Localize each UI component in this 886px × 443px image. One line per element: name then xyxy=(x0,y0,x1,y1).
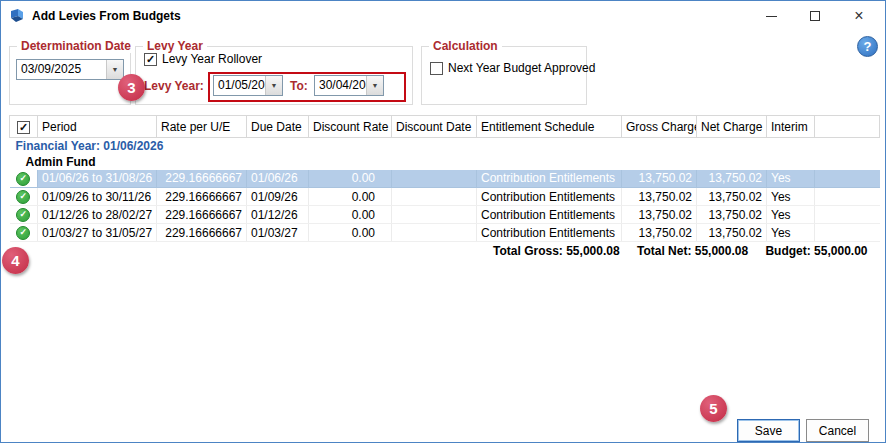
financial-year-group-row: Financial Year: 01/06/2026 xyxy=(10,138,880,154)
cell-due-date: 01/03/27 xyxy=(247,224,309,242)
levy-year-from-combobox[interactable]: 01/05/2026 ▼ xyxy=(213,75,283,96)
levy-year-to-value: 30/04/2027 xyxy=(315,76,366,95)
cancel-button[interactable]: Cancel xyxy=(806,419,869,442)
chevron-down-icon[interactable]: ▼ xyxy=(106,60,123,79)
group-levy-year: Levy Year ✓ Levy Year Rollover Levy Year… xyxy=(135,46,413,105)
checkbox-checked-icon: ✓ xyxy=(144,53,157,66)
cell-period: 01/06/26 to 31/08/26 xyxy=(38,170,157,188)
group-determination-date: Determination Date 03/09/2025 ▼ xyxy=(9,46,131,105)
minimize-button[interactable] xyxy=(749,1,793,31)
cell-entitlement-schedule: Contribution Entitlements xyxy=(477,188,622,206)
column-header-net-charge[interactable]: Net Charge xyxy=(697,116,767,138)
cell-gross-charge: 13,750.02 xyxy=(622,224,697,242)
cell-due-date: 01/12/26 xyxy=(247,206,309,224)
cell-discount-rate: 0.00 xyxy=(309,188,392,206)
levy-year-field-label: Levy Year: xyxy=(144,79,204,93)
chevron-down-icon[interactable]: ▼ xyxy=(366,76,383,95)
minimize-icon xyxy=(766,16,777,17)
cell-rate: 229.16666667 xyxy=(157,224,247,242)
total-gross: Total Gross: 55,000.08 xyxy=(493,244,620,258)
totals-row: Total Gross: 55,000.08 Total Net: 55,000… xyxy=(10,242,880,261)
group-calculation: Calculation Next Year Budget Approved xyxy=(421,46,587,105)
checkbox-checked-icon: ✓ xyxy=(19,122,28,133)
table-header-row: ✓ Period Rate per U/E Due Date Discount … xyxy=(10,116,880,138)
cell-entitlement-schedule: Contribution Entitlements xyxy=(477,224,622,242)
row-included-check-icon[interactable]: ✓ xyxy=(16,172,30,186)
column-header-due-date[interactable]: Due Date xyxy=(247,116,309,138)
levy-year-to-label: To: xyxy=(290,79,308,93)
maximize-icon xyxy=(810,11,820,21)
cell-entitlement-schedule: Contribution Entitlements xyxy=(477,206,622,224)
cell-discount-date xyxy=(392,170,477,188)
cell-net-charge: 13,750.02 xyxy=(697,224,767,242)
column-header-discount-rate[interactable]: Discount Rate xyxy=(309,116,392,138)
cell-discount-rate: 0.00 xyxy=(309,224,392,242)
row-included-check-icon[interactable]: ✓ xyxy=(16,226,30,240)
column-header-filler xyxy=(815,116,880,138)
column-header-period[interactable]: Period xyxy=(38,116,157,138)
levy-year-rollover-checkbox[interactable]: ✓ Levy Year Rollover xyxy=(144,52,262,66)
dialog-add-levies-from-budgets: Add Levies From Budgets × ? Determinatio… xyxy=(0,0,886,443)
cell-discount-rate: 0.00 xyxy=(309,170,392,188)
help-icon: ? xyxy=(864,39,872,54)
total-budget: Budget: 55,000.00 xyxy=(765,244,867,258)
save-button[interactable]: Save xyxy=(737,419,800,442)
table-row[interactable]: ✓ 01/06/26 to 31/08/26 229.16666667 01/0… xyxy=(10,170,880,188)
maximize-button[interactable] xyxy=(793,1,837,31)
cell-interim: Yes xyxy=(767,170,815,188)
column-header-gross-charge[interactable]: Gross Charge xyxy=(622,116,697,138)
checkbox-unchecked-icon xyxy=(430,62,443,75)
column-header-interim[interactable]: Interim xyxy=(767,116,815,138)
row-included-check-icon[interactable]: ✓ xyxy=(16,190,30,204)
cell-net-charge: 13,750.02 xyxy=(697,206,767,224)
group-levy-year-label: Levy Year xyxy=(143,39,207,53)
cell-rate: 229.16666667 xyxy=(157,170,247,188)
group-determination-label: Determination Date xyxy=(17,39,135,53)
total-net: Total Net: 55,000.08 xyxy=(637,244,748,258)
group-calculation-label: Calculation xyxy=(429,39,502,53)
annotation-badge-5: 5 xyxy=(700,395,727,422)
cell-period: 01/09/26 to 30/11/26 xyxy=(38,188,157,206)
help-button[interactable]: ? xyxy=(857,36,878,57)
cell-interim: Yes xyxy=(767,224,815,242)
table-row[interactable]: ✓ 01/03/27 to 31/05/27 229.16666667 01/0… xyxy=(10,224,880,242)
chevron-down-icon[interactable]: ▼ xyxy=(265,76,282,95)
cell-discount-rate: 0.00 xyxy=(309,206,392,224)
determination-date-combobox[interactable]: 03/09/2025 ▼ xyxy=(16,59,124,80)
column-header-rate[interactable]: Rate per U/E xyxy=(157,116,247,138)
cell-entitlement-schedule: Contribution Entitlements xyxy=(477,170,622,188)
select-all-checkbox[interactable]: ✓ xyxy=(17,121,30,134)
cell-gross-charge: 13,750.02 xyxy=(622,170,697,188)
cell-interim: Yes xyxy=(767,206,815,224)
cell-interim: Yes xyxy=(767,188,815,206)
levy-year-rollover-label: Levy Year Rollover xyxy=(162,52,262,66)
fund-label: Admin Fund xyxy=(10,154,880,170)
cell-net-charge: 13,750.02 xyxy=(697,188,767,206)
row-included-check-icon[interactable]: ✓ xyxy=(16,208,30,222)
financial-year-label: Financial Year: 01/06/2026 xyxy=(10,138,880,154)
cell-gross-charge: 13,750.02 xyxy=(622,206,697,224)
levy-year-from-value: 01/05/2026 xyxy=(214,76,265,95)
cell-net-charge: 13,750.02 xyxy=(697,170,767,188)
app-icon xyxy=(9,8,25,24)
title-bar: Add Levies From Budgets × xyxy=(1,1,885,31)
annotation-badge-3: 3 xyxy=(118,74,145,101)
column-header-discount-date[interactable]: Discount Date xyxy=(392,116,477,138)
levy-year-to-combobox[interactable]: 30/04/2027 ▼ xyxy=(314,75,384,96)
cell-rate: 229.16666667 xyxy=(157,188,247,206)
close-button[interactable]: × xyxy=(837,1,881,31)
next-year-budget-approved-checkbox[interactable]: Next Year Budget Approved xyxy=(430,61,595,75)
cell-discount-date xyxy=(392,224,477,242)
table-row[interactable]: ✓ 01/09/26 to 30/11/26 229.16666667 01/0… xyxy=(10,188,880,206)
fund-group-row: Admin Fund xyxy=(10,154,880,170)
cell-rate: 229.16666667 xyxy=(157,206,247,224)
annotation-badge-4: 4 xyxy=(2,247,29,274)
close-icon: × xyxy=(854,8,863,24)
table-row[interactable]: ✓ 01/12/26 to 28/02/27 229.16666667 01/1… xyxy=(10,206,880,224)
cell-discount-date xyxy=(392,206,477,224)
cell-due-date: 01/09/26 xyxy=(247,188,309,206)
next-year-budget-approved-label: Next Year Budget Approved xyxy=(448,61,595,75)
column-header-entitlement-schedule[interactable]: Entitlement Schedule xyxy=(477,116,622,138)
determination-date-value: 03/09/2025 xyxy=(17,60,106,79)
cell-discount-date xyxy=(392,188,477,206)
